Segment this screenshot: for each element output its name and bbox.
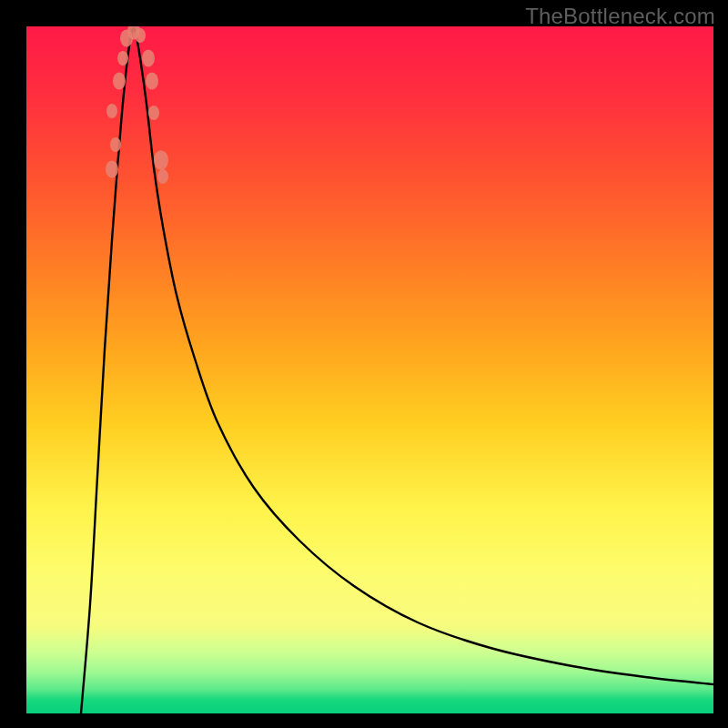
bottleneck-curve [81,28,713,713]
data-marker [146,73,158,90]
data-marker [110,137,121,152]
data-marker [106,161,118,178]
data-marker [157,169,168,184]
data-marker [148,106,159,120]
chart-frame: TheBottleneck.com [0,0,728,728]
data-markers [106,26,168,184]
data-marker [154,150,168,170]
data-marker [135,28,146,43]
data-marker [142,50,155,67]
plot-area [26,26,713,713]
curve-layer [26,26,713,713]
data-marker [117,51,128,66]
data-marker [113,73,126,90]
watermark-text: TheBottleneck.com [525,4,715,29]
data-marker [106,104,117,118]
